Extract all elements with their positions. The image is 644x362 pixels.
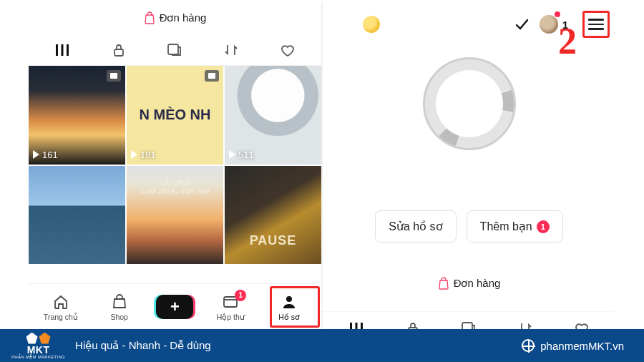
person-icon [280,293,298,311]
svg-rect-4 [168,44,178,54]
tile-caption: cậu phảicười nhiều hơn nhé [140,177,210,196]
page-footer: MKT PHẦN MỀM MARKETING Hiệu quả - Nhanh … [0,329,644,362]
footer-tagline: Hiệu quả - Nhanh - Dễ dùng [75,339,211,352]
pinned-icon [205,70,219,82]
video-tile[interactable]: 161 [29,66,125,165]
nav-inbox[interactable]: 1 Hộp thư [209,293,252,321]
account-switch-avatar[interactable] [540,15,558,34]
video-tile[interactable]: PAUSE [225,166,321,265]
video-grid: 161 N MÈO NH 181 511 cậu phảicười nhiều … [29,66,321,264]
nav-profile[interactable]: Hồ sơ [268,293,311,321]
bottom-nav: Trang chủ Shop + 1 Hộp thư Hồ sơ [29,283,321,329]
nav-label: Trang chủ [44,313,78,321]
profile-topbar: 1 [323,1,615,43]
logo-text: MKT [27,345,50,355]
shopping-bag-icon [144,11,155,24]
phone-right-profile-page: 1 2 Sửa hồ sơ Thêm bạn 1 Đơn hàng [323,1,615,329]
shop-icon [111,293,128,311]
tab-liked[interactable] [277,39,298,61]
video-tile[interactable]: N MÈO NH 181 [127,66,223,165]
video-tile[interactable] [29,166,125,265]
profile-avatar-empty[interactable] [423,57,516,150]
play-icon [131,150,137,159]
nav-label: Hồ sơ [278,313,300,321]
svg-rect-5 [110,73,117,79]
button-label: Thêm bạn [480,220,532,233]
footer-site[interactable]: phanmemMKT.vn [522,339,624,352]
tile-caption: PAUSE [250,233,297,248]
views-count: 181 [140,150,156,160]
svg-rect-2 [67,44,69,56]
button-label: Sửa hồ sơ [389,220,442,233]
svg-rect-6 [208,73,215,79]
globe-icon [522,339,535,352]
play-icon [33,150,39,159]
views-count: 161 [42,150,58,160]
video-tile[interactable]: 511 [225,66,321,165]
home-icon [52,293,69,311]
orders-label: Đơn hàng [454,277,501,290]
pinned-icon [107,70,121,82]
content-tabs [29,34,321,66]
shopping-bag-icon [438,277,449,290]
video-tile[interactable]: cậu phảicười nhiều hơn nhé [127,166,223,265]
nav-create[interactable]: + [156,295,193,319]
coin-icon[interactable] [363,16,380,33]
orders-link[interactable]: Đơn hàng [29,1,321,34]
play-icon [229,150,235,159]
views-count: 511 [238,150,254,160]
mkt-logo: MKT PHẦN MỀM MARKETING [11,333,65,359]
svg-rect-0 [56,44,58,56]
footer-url: phanmemMKT.vn [540,340,624,352]
nav-label: Shop [110,313,128,321]
tile-text: N MÈO NH [140,107,211,123]
nav-shop[interactable]: Shop [98,293,141,321]
edit-profile-button[interactable]: Sửa hồ sơ [375,210,456,243]
nav-label: Hộp thư [217,313,245,321]
phone-left-profile-grid: Đơn hàng 161 N MÈ [29,1,323,329]
nav-home[interactable]: Trang chủ [39,293,82,321]
checkmark-icon[interactable] [514,16,530,32]
tab-saved[interactable] [164,39,185,61]
account-count: 1 [562,19,568,31]
profile-actions: Sửa hồ sơ Thêm bạn 1 [323,210,615,243]
add-friend-badge: 1 [537,220,550,233]
svg-rect-3 [114,49,123,56]
menu-button[interactable] [582,11,610,38]
tab-reposts[interactable] [220,39,242,61]
tab-grid[interactable] [52,39,73,61]
orders-link[interactable]: Đơn hàng [323,277,615,290]
svg-rect-1 [62,44,64,56]
tab-private[interactable] [108,39,130,61]
add-friend-button[interactable]: Thêm bạn 1 [467,210,563,243]
orders-label: Đơn hàng [160,11,207,24]
svg-point-8 [286,296,292,302]
logo-subtext: PHẦN MỀM MARKETING [11,355,65,359]
inbox-badge: 1 [235,290,246,301]
plus-icon: + [170,298,180,316]
